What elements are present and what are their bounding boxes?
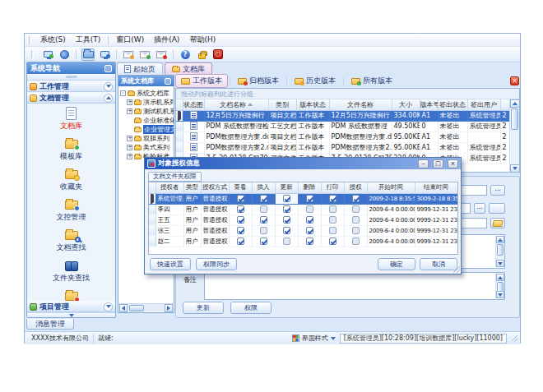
permission-row[interactable]: 赵二用户普通授权 2009-6-4 0:00:009999-12-31 23:5… [149,236,457,247]
remark-textarea[interactable] [204,272,505,300]
table-row[interactable]: PDM 系统数据整理检工艺文档工作版本 PDM 系统数据整理49.50KB0 未… [176,121,510,131]
tree-item-root[interactable]: 系统文档库 [120,89,174,98]
checkbox-update[interactable] [283,238,290,245]
checkbox-delete[interactable] [306,205,313,213]
checkbox-view[interactable] [237,195,244,202]
checkbox-print[interactable] [329,195,336,202]
col-type[interactable]: 类型 [183,182,201,193]
ok-button[interactable]: 确定 [378,258,415,270]
pin-icon[interactable] [165,78,171,85]
globe-icon[interactable] [58,48,71,61]
row-selector[interactable] [149,204,155,214]
tree-expand-icon[interactable] [127,145,132,150]
tree-expand-icon[interactable] [127,99,132,105]
checkbox-insert[interactable] [260,216,267,224]
row-selector[interactable] [176,121,183,131]
textarea-scrollbar[interactable] [495,274,504,298]
tree-expand-icon[interactable] [127,108,132,114]
tree-expand-icon[interactable] [127,154,132,159]
checkbox-grant[interactable] [352,205,360,213]
sync-monitor-icon[interactable] [41,48,54,61]
col-size[interactable]: 大小 [392,99,420,110]
col-category[interactable]: 类别 [268,99,296,110]
row-selector[interactable] [149,225,155,236]
tree-item[interactable]: 测试机机系列 [120,107,174,116]
checkbox-grant[interactable] [352,195,360,202]
browse-ellipsis-button[interactable] [490,185,505,196]
scroll-down-icon[interactable] [496,260,504,267]
col-end-time[interactable]: 结束时间 [415,182,457,193]
tree-item[interactable]: 企业标准化文件 [120,116,174,125]
scroll-right-icon[interactable] [165,304,173,312]
dialog-title-bar[interactable]: 对象授权信息 [145,158,461,169]
resize-grip[interactable] [511,335,517,342]
checkbox-print[interactable] [329,216,336,224]
col-checkout-status[interactable]: 签出状态 [438,99,467,110]
checkbox-insert[interactable] [260,227,267,234]
scrollbar-thumb[interactable] [129,305,144,311]
tab-archived-version[interactable]: 归档版本 [232,74,285,88]
scroll-up-icon[interactable] [496,274,504,281]
checkbox-view[interactable] [237,238,244,245]
col-insert[interactable]: 插入 [252,182,275,193]
sidebar-scroll-down[interactable] [27,312,115,318]
chevron-up-icon[interactable] [104,94,113,103]
sidebar-item-template-library[interactable]: 模板库 [27,136,115,162]
permission-row[interactable]: 系统管理员用户普通授权 2009-2-18 8:35:573009-2-18 8… [149,193,457,204]
checkbox-update[interactable] [283,205,290,213]
scrollbar-thumb[interactable] [497,244,504,256]
lock-icon[interactable] [195,48,208,61]
checkbox-insert[interactable] [260,195,267,202]
permission-sync-button[interactable]: 权限同步 [196,258,237,270]
checkbox-delete[interactable] [306,238,313,245]
row-selector[interactable] [176,142,183,153]
tree-item[interactable]: 美式系列 [120,143,174,152]
checkbox-insert[interactable] [260,205,267,213]
col-doc-name[interactable]: 文档名称 [204,99,268,110]
close-icon[interactable] [448,159,458,168]
checkbox-update[interactable] [283,195,290,202]
checkbox-view[interactable] [237,227,244,234]
col-print[interactable]: 打印 [321,182,344,193]
col-status[interactable]: 状态图 [183,99,204,110]
col-version-no[interactable]: 版本号 [420,99,438,110]
computer-icon[interactable] [98,48,111,61]
close-panel-icon[interactable] [510,76,519,85]
mail-delete-icon[interactable] [155,48,168,61]
menu-window[interactable]: 窗口(W) [111,34,149,46]
toolbar-grip[interactable] [29,36,31,44]
checkbox-print[interactable] [329,227,336,234]
sidebar-item-doc-search[interactable]: 文档查找 [27,228,115,253]
col-checkout-user[interactable]: 签出用户 [467,99,500,110]
sidebar-item-document-library[interactable]: 文档库 [27,106,115,131]
ui-style-selector[interactable]: 界面样式 [292,334,336,343]
sidebar-splitter[interactable] [27,74,115,81]
mail-open-icon[interactable] [138,48,151,61]
chevron-down-icon[interactable] [104,82,113,91]
menu-help[interactable]: 帮助(H) [184,34,220,46]
checkbox-print[interactable] [329,205,336,213]
message-management-tab[interactable]: 消息管理 [26,319,74,330]
scrollbar-thumb[interactable] [511,108,518,130]
scroll-down-icon[interactable] [496,291,504,298]
checkbox-print[interactable] [329,238,336,245]
permission-button[interactable]: 权限 [230,302,272,314]
cancel-button[interactable]: 取消 [420,258,457,270]
tab-document-library[interactable]: 文档库 [165,62,212,75]
checkbox-grant[interactable] [352,227,360,234]
quick-setup-button[interactable]: 快速设置 [150,258,191,270]
sidebar-item-folder-search[interactable]: 文件夹查找 [27,258,115,284]
col-view[interactable]: 查看 [229,182,252,193]
section-project-management[interactable]: 项目管理 [27,301,115,312]
chevron-down-icon[interactable] [104,302,113,311]
tree-item[interactable]: 双胆系列 [120,134,174,143]
col-update[interactable]: 更新 [275,182,298,193]
open-folder-icon[interactable] [81,48,95,61]
row-selector[interactable] [176,131,183,142]
col-mode[interactable]: 授权方式 [201,182,229,193]
checkbox-delete[interactable] [306,227,313,234]
checkbox-view[interactable] [237,216,244,224]
tree-collapse-icon[interactable] [120,90,126,96]
sidebar-item-doc-control[interactable]: 文控管理 [27,197,115,223]
minimize-icon[interactable] [418,159,429,168]
